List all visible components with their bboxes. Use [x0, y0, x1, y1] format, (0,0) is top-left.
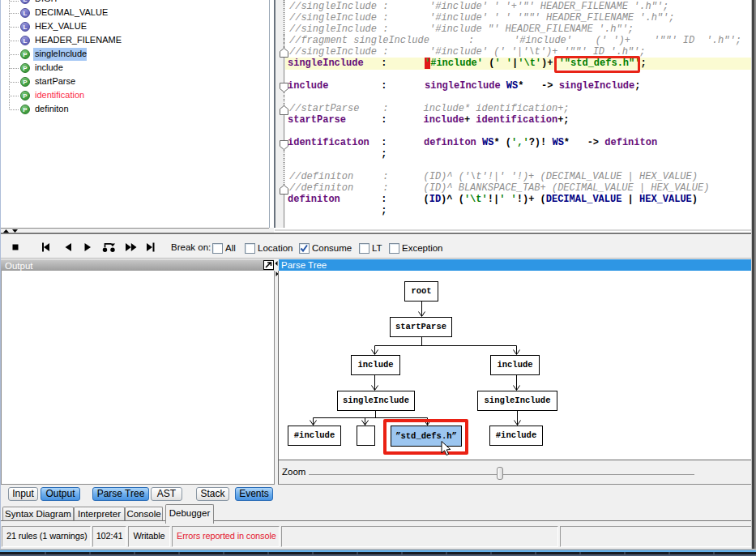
svg-text:Break on:: Break on:: [171, 242, 211, 252]
